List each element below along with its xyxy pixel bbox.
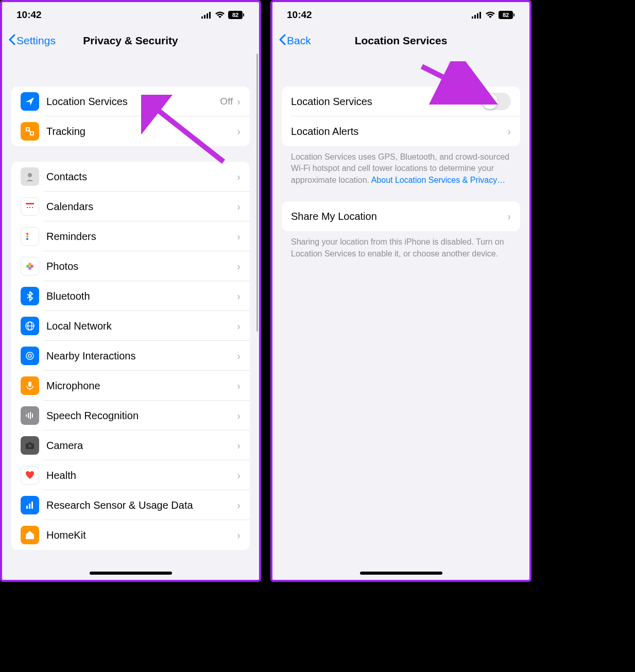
svg-point-7 — [28, 173, 32, 177]
row-label: Calendars — [46, 201, 237, 213]
location-services-toggle[interactable] — [481, 93, 511, 110]
calendar-icon — [21, 197, 39, 216]
svg-point-10 — [29, 207, 30, 208]
row-location-services[interactable]: Location Services Off › — [11, 87, 250, 116]
row-microphone[interactable]: Microphone › — [11, 371, 250, 401]
row-label: Nearby Interactions — [46, 350, 237, 362]
nav-header: Back Location Services — [272, 28, 529, 54]
svg-rect-31 — [28, 442, 31, 444]
row-label: Local Network — [46, 320, 237, 332]
status-time: 10:42 — [16, 9, 42, 21]
photos-icon — [21, 257, 39, 275]
tracking-icon — [21, 122, 39, 141]
chevron-left-icon — [279, 34, 286, 48]
svg-rect-3 — [209, 12, 211, 19]
chevron-right-icon: › — [237, 261, 241, 272]
phone-right: 10:42 82 Back Location Services Location… — [270, 0, 531, 582]
section-share-location: Share My Location › — [282, 201, 520, 231]
svg-rect-5 — [243, 13, 244, 16]
svg-point-22 — [28, 354, 31, 357]
row-label: HomeKit — [46, 529, 237, 541]
row-homekit[interactable]: HomeKit › — [11, 520, 250, 550]
chevron-right-icon: › — [237, 201, 241, 213]
row-label: Speech Recognition — [46, 410, 237, 422]
back-label: Settings — [16, 35, 56, 47]
wifi-icon — [485, 11, 495, 19]
home-indicator[interactable] — [360, 572, 442, 575]
cellular-signal-icon — [201, 11, 212, 19]
home-icon — [21, 526, 39, 544]
reminders-icon — [21, 227, 39, 246]
phone-left: 10:42 82 Settings Privacy & Security — [0, 0, 261, 582]
status-indicators: 82 — [472, 11, 515, 19]
chevron-right-icon: › — [237, 126, 241, 137]
scrollbar[interactable] — [256, 54, 258, 332]
chevron-right-icon: › — [237, 290, 241, 302]
row-speech-recognition[interactable]: Speech Recognition › — [11, 401, 250, 430]
row-health[interactable]: Health › — [11, 460, 250, 490]
chevron-right-icon: › — [237, 171, 241, 183]
row-value: Off — [220, 96, 233, 107]
row-label: Photos — [46, 261, 237, 272]
row-bluetooth[interactable]: Bluetooth › — [11, 281, 250, 311]
microphone-icon — [21, 376, 39, 395]
chevron-right-icon: › — [237, 470, 241, 481]
section-apps: Contacts › Calendars › Reminders › Photo… — [11, 162, 250, 550]
row-location-alerts[interactable]: Location Alerts › — [282, 116, 520, 146]
svg-point-18 — [26, 265, 29, 268]
location-arrow-icon — [21, 92, 39, 111]
heart-icon — [21, 466, 39, 485]
svg-text:82: 82 — [232, 12, 238, 18]
camera-icon — [21, 436, 39, 455]
status-time: 10:42 — [287, 9, 312, 21]
globe-icon — [21, 317, 39, 335]
svg-rect-32 — [26, 506, 28, 509]
row-calendars[interactable]: Calendars › — [11, 192, 250, 221]
row-contacts[interactable]: Contacts › — [11, 162, 250, 192]
row-label: Location Alerts — [291, 126, 507, 137]
chevron-right-icon: › — [237, 350, 241, 362]
back-label: Back — [287, 35, 311, 47]
svg-point-14 — [26, 238, 28, 240]
svg-rect-34 — [31, 502, 33, 509]
footer-text-1: Location Services uses GPS, Bluetooth, a… — [282, 146, 520, 191]
svg-rect-39 — [479, 12, 481, 19]
page-title: Privacy & Security — [83, 35, 178, 47]
back-button[interactable]: Back — [279, 34, 311, 48]
row-label: Location Services — [291, 96, 481, 108]
back-button[interactable]: Settings — [8, 34, 56, 48]
nearby-icon — [21, 347, 39, 365]
home-indicator[interactable] — [90, 572, 172, 575]
row-label: Health — [46, 470, 237, 481]
status-indicators: 82 — [201, 11, 245, 19]
row-tracking[interactable]: Tracking › — [11, 116, 250, 146]
cellular-signal-icon — [472, 11, 482, 19]
chevron-right-icon: › — [237, 410, 241, 422]
about-link[interactable]: About Location Services & Privacy… — [371, 176, 506, 184]
svg-rect-24 — [28, 382, 31, 387]
svg-rect-0 — [201, 16, 203, 19]
section-location-services: Location Services Location Alerts › — [282, 87, 520, 146]
svg-point-11 — [32, 207, 33, 208]
bluetooth-icon — [21, 287, 39, 305]
row-reminders[interactable]: Reminders › — [11, 221, 250, 251]
row-camera[interactable]: Camera › — [11, 430, 250, 460]
chart-icon — [21, 496, 39, 514]
chevron-left-icon — [8, 34, 15, 48]
chevron-right-icon: › — [237, 440, 241, 452]
row-nearby-interactions[interactable]: Nearby Interactions › — [11, 341, 250, 371]
row-research-sensor[interactable]: Research Sensor & Usage Data › — [11, 490, 250, 520]
svg-rect-33 — [29, 504, 30, 509]
svg-rect-36 — [472, 16, 473, 19]
svg-rect-1 — [204, 15, 205, 19]
row-photos[interactable]: Photos › — [11, 251, 250, 281]
row-label: Share My Location — [291, 211, 507, 222]
battery-icon: 82 — [228, 11, 245, 19]
svg-point-13 — [26, 235, 28, 237]
svg-point-23 — [26, 352, 33, 359]
row-local-network[interactable]: Local Network › — [11, 311, 250, 341]
chevron-right-icon: › — [237, 320, 241, 332]
chevron-right-icon: › — [237, 231, 241, 243]
svg-rect-37 — [474, 15, 476, 19]
row-share-my-location[interactable]: Share My Location › — [282, 201, 520, 231]
